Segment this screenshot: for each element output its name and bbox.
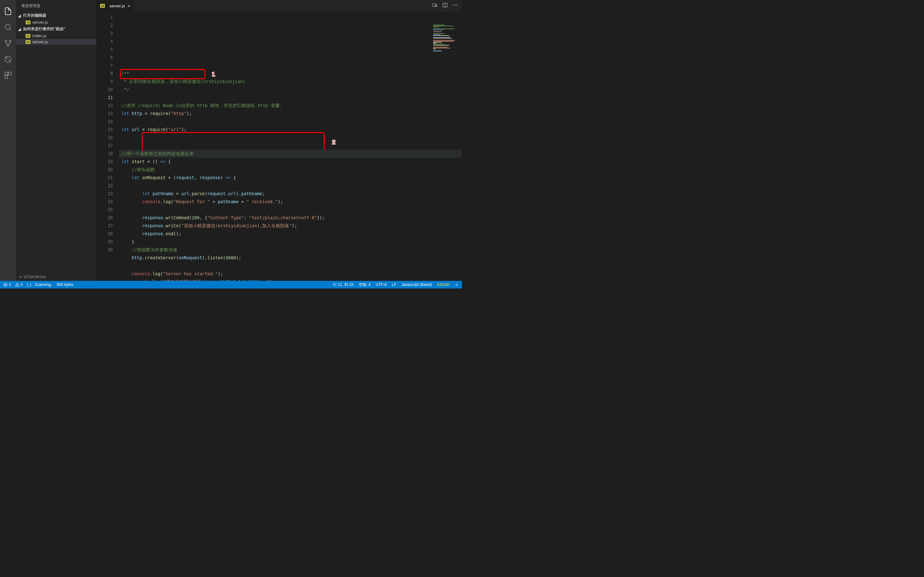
- code-content[interactable]: 1 2 /** * 从零到壹全栈部落，添加小精灵微信(ershiyidianji…: [119, 11, 462, 281]
- chevron-down-icon: ◢: [18, 27, 22, 31]
- code-line[interactable]: * 从零到壹全栈部落，添加小精灵微信(ershiyidianjian): [119, 77, 462, 85]
- folder-header[interactable]: ◢ 如何来进行请求的"路由": [16, 25, 96, 33]
- svg-rect-5: [5, 72, 8, 75]
- status-cursor[interactable]: 行 11, 列 18: [333, 282, 354, 287]
- file-name: server.js: [32, 39, 48, 44]
- code-line[interactable]: let http = require("http");: [119, 110, 462, 118]
- svg-point-9: [435, 5, 437, 7]
- code-line[interactable]: response.write("添加小精灵微信(ershiyidianjian)…: [119, 222, 462, 230]
- code-line[interactable]: let url = require("url");: [119, 126, 462, 134]
- code-line[interactable]: console.log("Request for " + pathname + …: [119, 198, 462, 206]
- js-file-icon: JS: [26, 21, 31, 24]
- js-file-icon: JS: [26, 34, 31, 38]
- explorer-icon[interactable]: [0, 3, 16, 19]
- svg-rect-6: [8, 72, 11, 75]
- split-editor-icon[interactable]: [442, 2, 448, 9]
- extensions-icon[interactable]: [0, 67, 16, 83]
- editor-body[interactable]: 1234567891011121314151617181920212223242…: [96, 11, 462, 281]
- code-line[interactable]: [119, 182, 462, 190]
- more-icon[interactable]: [452, 2, 458, 9]
- code-line[interactable]: //把函数当作参数传递: [119, 246, 462, 254]
- code-line[interactable]: //用一个函数将之前的内容包裹起来: [119, 150, 462, 158]
- code-line[interactable]: response.end();: [119, 230, 462, 238]
- file-item[interactable]: JSindex.js: [16, 33, 96, 39]
- tab-bar: JS server.js ×: [96, 0, 462, 11]
- code-line[interactable]: */: [119, 85, 462, 93]
- sidebar-title: 资源管理器: [16, 0, 96, 12]
- status-warnings[interactable]: 0: [15, 282, 23, 287]
- code-line[interactable]: //箭头函数: [119, 166, 462, 174]
- open-editors-label: 打开的编辑器: [23, 13, 46, 18]
- storybook-label: STORYBOOK: [24, 275, 46, 279]
- file-name: index.js: [32, 33, 47, 38]
- find-icon[interactable]: [432, 2, 438, 9]
- open-editor-filename: server.js: [32, 20, 48, 25]
- search-icon[interactable]: [0, 19, 16, 35]
- svg-point-13: [457, 5, 457, 6]
- code-line[interactable]: let start = () => {: [119, 158, 462, 166]
- file-item[interactable]: JSserver.js: [16, 39, 96, 45]
- editor-area: JS server.js × 1234567891011121314151617…: [96, 0, 462, 281]
- open-editors-header[interactable]: ◢ 打开的编辑器: [16, 12, 96, 19]
- js-file-icon: JS: [100, 4, 105, 8]
- chevron-down-icon: ◢: [18, 13, 22, 18]
- source-control-icon[interactable]: [0, 35, 16, 51]
- gutter: 1234567891011121314151617181920212223242…: [96, 11, 119, 281]
- tab-server-js[interactable]: JS server.js ×: [96, 0, 134, 11]
- status-feedback-icon[interactable]: ☺: [455, 282, 459, 287]
- code-line[interactable]: [119, 262, 462, 270]
- close-icon[interactable]: ×: [128, 3, 130, 9]
- code-line[interactable]: console.log("Server has started.");: [119, 270, 462, 278]
- status-encoding[interactable]: UTF-8: [376, 282, 387, 287]
- svg-point-0: [5, 24, 10, 29]
- code-line[interactable]: [119, 142, 462, 150]
- js-file-icon: JS: [26, 40, 31, 44]
- status-language[interactable]: Javascript (Babel): [401, 282, 432, 287]
- code-line[interactable]: //请求（require）Node.js自带的 http 模块，并且把它赋值给 …: [119, 102, 462, 110]
- code-line[interactable]: http.createServer(onRequest).listen(8888…: [119, 254, 462, 262]
- code-line[interactable]: let pathname = url.parse(request.url).pa…: [119, 190, 462, 198]
- status-scanning[interactable]: {..} : Scanning..: [27, 282, 53, 287]
- status-bar: 0 0 {..} : Scanning.. 900 bytes 行 11, 列 …: [0, 281, 462, 288]
- code-line[interactable]: console.log("请在浏览器中打开 http://127.0.0.1:8…: [119, 278, 462, 281]
- svg-point-11: [453, 5, 454, 6]
- svg-point-12: [455, 5, 456, 6]
- code-line[interactable]: }: [119, 238, 462, 246]
- open-editor-item[interactable]: JSserver.js: [16, 19, 96, 25]
- folder-label: 如何来进行请求的"路由": [23, 26, 65, 32]
- storybook-section[interactable]: ▸ STORYBOOK: [16, 273, 96, 281]
- code-line[interactable]: response.writeHead(200, {"Content-Type":…: [119, 214, 462, 222]
- svg-point-2: [9, 40, 11, 42]
- svg-point-1: [5, 40, 7, 42]
- status-filesize[interactable]: 900 bytes: [57, 282, 73, 287]
- code-line[interactable]: [119, 134, 462, 142]
- activity-bar: [0, 0, 16, 281]
- code-line[interactable]: [119, 206, 462, 214]
- code-line[interactable]: let onRequest = (request, response) => {: [119, 174, 462, 182]
- chevron-right-icon: ▸: [20, 275, 22, 279]
- minimap[interactable]: [432, 24, 461, 60]
- debug-icon[interactable]: [0, 51, 16, 67]
- status-eslint[interactable]: ESLint!: [437, 282, 450, 287]
- status-indent[interactable]: 空格: 4: [359, 282, 371, 287]
- code-line[interactable]: /**: [119, 69, 462, 77]
- code-line[interactable]: [119, 93, 462, 102]
- svg-rect-7: [5, 76, 8, 79]
- sidebar: 资源管理器 ◢ 打开的编辑器 JSserver.js ◢ 如何来进行请求的"路由…: [16, 0, 96, 281]
- status-eol[interactable]: LF: [392, 282, 396, 287]
- tab-filename: server.js: [110, 3, 125, 8]
- code-line[interactable]: [119, 118, 462, 126]
- status-errors[interactable]: 0: [3, 282, 11, 287]
